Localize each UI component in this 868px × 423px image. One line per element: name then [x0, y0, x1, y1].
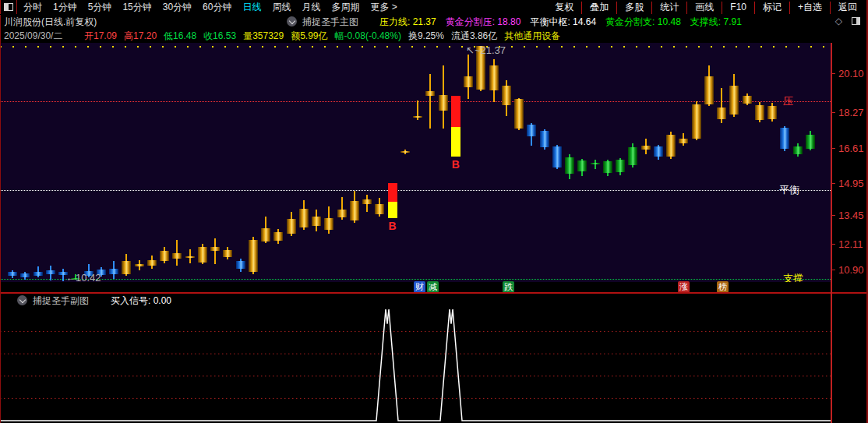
- sub-chart-area[interactable]: 1.000.800.600.400.200.00: [0, 307, 868, 423]
- maximize-panel-icon[interactable]: [852, 17, 860, 25]
- toolbar-button-+自选[interactable]: +自选: [790, 0, 830, 15]
- signal-line-plot: [0, 307, 831, 423]
- stock-chart-window: 分时1分钟5分钟15分钟30分钟60分钟日线周线月线多周期更多 > 复权叠加多股…: [0, 0, 868, 423]
- quote-item: 其他通用设备: [504, 29, 560, 43]
- candle-body: [413, 116, 422, 118]
- price-axis-label: 18.27: [838, 108, 864, 118]
- menu-timeframe-1分钟[interactable]: 1分钟: [53, 0, 77, 15]
- buy-signal-candle-red: [451, 96, 460, 127]
- quote-item: 低16.48: [164, 29, 196, 43]
- candle-body: [464, 76, 473, 87]
- candle-body: [616, 160, 625, 172]
- toolbar-button-F10[interactable]: F10: [722, 0, 754, 15]
- candle-body: [704, 76, 714, 104]
- candle-body: [755, 105, 764, 120]
- quote-item: 幅-0.08(-0.48%): [335, 29, 401, 43]
- candle-body: [147, 260, 157, 266]
- buy-signal-candle-red: [388, 183, 397, 202]
- candlestick-plot[interactable]: 压平衡支撑BB↖~21.37←10.42: [0, 43, 831, 282]
- candle-body: [767, 106, 777, 118]
- price-axis-label: 10.90: [838, 265, 864, 275]
- candle-body: [34, 272, 43, 276]
- candle-body: [46, 270, 55, 274]
- candle-body: [8, 272, 17, 276]
- menu-timeframe-日线[interactable]: 日线: [242, 0, 261, 15]
- candle-body: [577, 160, 587, 171]
- menu-timeframe-月线[interactable]: 月线: [302, 0, 320, 15]
- chevron-down-circle-icon[interactable]: [287, 16, 297, 26]
- buy-signal-readout: 买入信号: 0.00: [111, 294, 171, 308]
- candle-body: [337, 210, 347, 218]
- quote-item: 量357329: [243, 29, 284, 43]
- candle-body: [109, 269, 118, 274]
- toolbar-button-标记[interactable]: 标记: [755, 0, 789, 15]
- event-badge-涨[interactable]: 涨: [678, 281, 690, 293]
- candle-body: [198, 247, 207, 263]
- buy-signal-candle-yellow: [388, 202, 397, 218]
- event-badge-跌[interactable]: 跌: [503, 281, 514, 293]
- main-panel-header: 川润股份(日线.前复权) 捕捉圣手主图 压力线: 21.37黄金分割压: 18.…: [0, 15, 868, 29]
- menu-timeframe-分时[interactable]: 分时: [23, 0, 42, 15]
- reference-label-黄金分割压: 压: [783, 96, 793, 106]
- candle-body: [628, 147, 637, 165]
- candle-body: [350, 201, 359, 220]
- buy-signal-label: 买入信号:: [111, 295, 150, 306]
- menu-timeframe-更多 >[interactable]: 更多 >: [370, 0, 397, 15]
- menu-timeframe-60分钟[interactable]: 60分钟: [203, 0, 231, 15]
- sub-indicator-name[interactable]: 捕捉圣手副图: [33, 294, 89, 308]
- candle-body: [135, 264, 144, 266]
- menu-timeframe-30分钟[interactable]: 30分钟: [163, 0, 192, 15]
- event-badge-减[interactable]: 减: [427, 281, 439, 293]
- quote-item: 流通3.86亿: [451, 29, 497, 43]
- metric-支撑线: 支撑线: 7.91: [690, 15, 742, 29]
- candle-body: [717, 108, 726, 119]
- candle-body: [514, 99, 524, 128]
- price-axis-label: 14.95: [838, 178, 864, 189]
- candle-body: [185, 256, 195, 258]
- toolbar-button-返回[interactable]: 返回: [831, 0, 865, 15]
- main-indicator-name[interactable]: 捕捉圣手主图: [302, 15, 358, 29]
- toolbar-button-叠加[interactable]: 叠加: [582, 0, 616, 15]
- candle-body: [591, 163, 600, 164]
- menu-timeframe-多周期[interactable]: 多周期: [331, 0, 359, 15]
- toolbar-button-复权[interactable]: 复权: [547, 0, 581, 15]
- metric-压力线: 压力线: 21.37: [379, 15, 436, 29]
- layout-panel-icon[interactable]: [4, 3, 13, 11]
- candle-body: [666, 135, 676, 157]
- candle-body: [249, 240, 258, 273]
- buy-signal-line: [0, 309, 831, 421]
- toolbar-button-统计[interactable]: 统计: [652, 0, 686, 15]
- menu-timeframe-5分钟[interactable]: 5分钟: [88, 0, 112, 15]
- candle-body: [375, 204, 384, 214]
- candle-body: [299, 209, 309, 227]
- window-border-left: [0, 15, 1, 423]
- candle-wick: [214, 238, 216, 264]
- toolbar-button-画线[interactable]: 画线: [687, 0, 722, 15]
- event-badge-财[interactable]: 财: [414, 281, 425, 293]
- reference-line-黄金分割支: [0, 279, 831, 280]
- reference-label-黄金分割支: 支撑: [783, 273, 803, 282]
- collapse-diamond-icon[interactable]: ◇: [835, 16, 842, 26]
- candle-body: [236, 261, 245, 269]
- candle-body: [324, 218, 333, 230]
- candle-body: [122, 261, 131, 273]
- candle-body: [679, 139, 688, 144]
- candle-body: [273, 232, 283, 241]
- candle-body: [400, 151, 410, 153]
- chevron-down-circle-icon[interactable]: [17, 295, 27, 305]
- quote-item: 换9.25%: [408, 29, 444, 43]
- quote-item: 额5.99亿: [291, 29, 327, 43]
- toolbar-button-多股[interactable]: 多股: [617, 0, 651, 15]
- menu-timeframe-周线[interactable]: 周线: [272, 0, 291, 15]
- price-axis-label: 13.45: [838, 210, 864, 220]
- candle-body: [743, 96, 752, 104]
- buy-signal-value: 0.00: [153, 295, 171, 306]
- event-badge-榜[interactable]: 榜: [717, 281, 729, 293]
- menubar-divider: [0, 0, 1, 14]
- stock-title: 川润股份(日线.前复权): [4, 15, 97, 29]
- main-chart-area[interactable]: 压平衡支撑BB↖~21.37←10.42 20.1018.2716.6114.9…: [0, 43, 868, 293]
- menu-timeframe-15分钟[interactable]: 15分钟: [122, 0, 151, 15]
- quote-item: 开17.09: [84, 29, 117, 43]
- candle-body: [425, 91, 435, 96]
- buy-signal-mark: B: [389, 220, 397, 231]
